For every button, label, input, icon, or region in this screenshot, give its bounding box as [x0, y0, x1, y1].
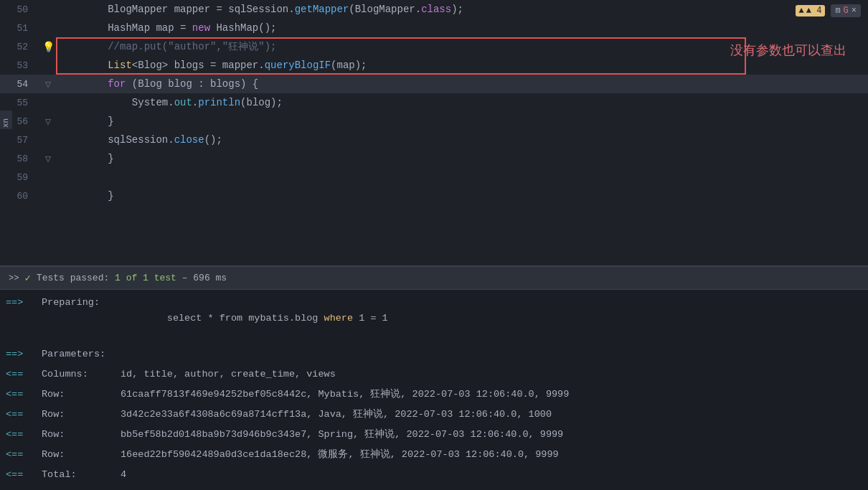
content-columns: id, title, author, create_time, views	[121, 367, 336, 382]
label-row3: Row:	[42, 427, 121, 443]
gutter-54: ▽	[39, 78, 57, 90]
label-total: Total:	[42, 467, 121, 483]
tests-duration: – 696 ms	[182, 273, 227, 283]
plugin-icon: G	[844, 6, 849, 16]
console-line-row2: <== Row: 3d42c2e33a6f4308a6c69a8714cff13…	[0, 405, 868, 425]
content-row4: 16eed22bf59042489a0d3ce1da18ec28, 微服务, 狂…	[121, 447, 559, 463]
content-row2: 3d42c2e33a6f4308a6c69a8714cff13a, Java, …	[121, 407, 552, 423]
console-line-parameters: ==> Parameters:	[0, 344, 868, 364]
test-panel: >> ✓ Tests passed: 1 of 1 test – 696 ms …	[0, 265, 868, 490]
label-columns: Columns:	[42, 367, 121, 382]
code-lines: 50 BlogMapper mapper = sqlSession.getMap…	[0, 0, 868, 205]
test-header: >> ✓ Tests passed: 1 of 1 test – 696 ms	[0, 267, 868, 290]
tests-passed-count: 1 of 1 test	[115, 273, 176, 283]
line-number-50: 50	[0, 4, 39, 15]
label-preparing: Preparing:	[42, 295, 121, 311]
arrow-left-4: <==	[6, 427, 42, 443]
console-line-row3: <== Row: bb5ef58b2d0148ba9b73d946b9c343e…	[0, 425, 868, 445]
line-number-57: 57	[0, 135, 39, 146]
arrow-right-2: ==>	[6, 347, 42, 362]
plugin-badge[interactable]: m G ×	[831, 4, 861, 17]
gutter-52: 💡	[39, 41, 57, 53]
line-number-53: 53	[0, 60, 39, 71]
line-number-52: 52	[0, 42, 39, 52]
content-row1: 61caaff7813f469e94252bef05c8442c, Mybati…	[121, 387, 569, 402]
line-number-51: 51	[0, 23, 39, 34]
top-icons: ▲ ▲ 4 m G ×	[796, 4, 861, 17]
code-line-58: 58 ▽ }	[0, 149, 868, 168]
content-total: 4	[121, 467, 126, 483]
console-line-columns: <== Columns: id, title, author, create_t…	[0, 364, 868, 385]
line-number-59: 59	[0, 172, 39, 183]
tests-passed-label: Tests passed:	[37, 273, 109, 283]
line-number-60: 60	[0, 191, 39, 202]
label-row1: Row:	[42, 387, 121, 402]
line-number-55: 55	[0, 98, 39, 108]
arrow-left-3: <==	[6, 407, 42, 423]
bookmark-icon-58: ▽	[45, 153, 51, 165]
arrow-left-1: <==	[6, 367, 42, 382]
label-row2: Row:	[42, 407, 121, 423]
close-icon[interactable]: ×	[852, 6, 857, 16]
expand-icon[interactable]: >>	[9, 273, 19, 283]
line-number-56: 56	[0, 116, 39, 127]
console-line-row1: <== Row: 61caaff7813f469e94252bef05c8442…	[0, 385, 868, 405]
content-preparing: select * from mybatis.blog where 1 = 1	[121, 295, 388, 342]
line-number-54: 54	[0, 79, 39, 90]
code-editor: ▲ ▲ 4 m G × 没有参数也可以查出 xn 50 BlogMapper m…	[0, 0, 868, 265]
console-output: ==> Preparing: select * from mybatis.blo…	[0, 290, 868, 488]
content-row3: bb5ef58b2d0148ba9b73d946b9c343e7, Spring…	[121, 427, 563, 443]
gutter-58: ▽	[39, 153, 57, 165]
bookmark-icon-54: ▽	[45, 78, 51, 90]
test-header-text: Tests passed: 1 of 1 test – 696 ms	[37, 273, 227, 283]
warning-count: ▲ 4	[806, 6, 822, 16]
test-pass-icon: ✓	[24, 272, 30, 284]
code-line-60: 60 }	[0, 187, 868, 205]
bulb-icon: 💡	[42, 41, 55, 53]
warning-badge: ▲ ▲ 4	[796, 5, 826, 17]
arrow-left-2: <==	[6, 387, 42, 402]
label-parameters: Parameters:	[42, 347, 121, 362]
line-content-60: }	[57, 168, 868, 224]
label-row4: Row:	[42, 447, 121, 463]
annotation-text: 没有参数也可以查出	[730, 42, 846, 59]
arrow-left-5: <==	[6, 447, 42, 463]
plugin-label: m	[835, 6, 840, 16]
console-line-preparing: ==> Preparing: select * from mybatis.blo…	[0, 293, 868, 344]
gutter-56: ▽	[39, 116, 57, 128]
console-line-row4: <== Row: 16eed22bf59042489a0d3ce1da18ec2…	[0, 445, 868, 465]
line-number-58: 58	[0, 154, 39, 164]
warning-icon: ▲	[799, 6, 804, 16]
arrow-right-1: ==>	[6, 295, 42, 311]
console-line-total: <== Total: 4	[0, 465, 868, 485]
arrow-left-6: <==	[6, 467, 42, 483]
bookmark-icon-56: ▽	[45, 116, 51, 128]
